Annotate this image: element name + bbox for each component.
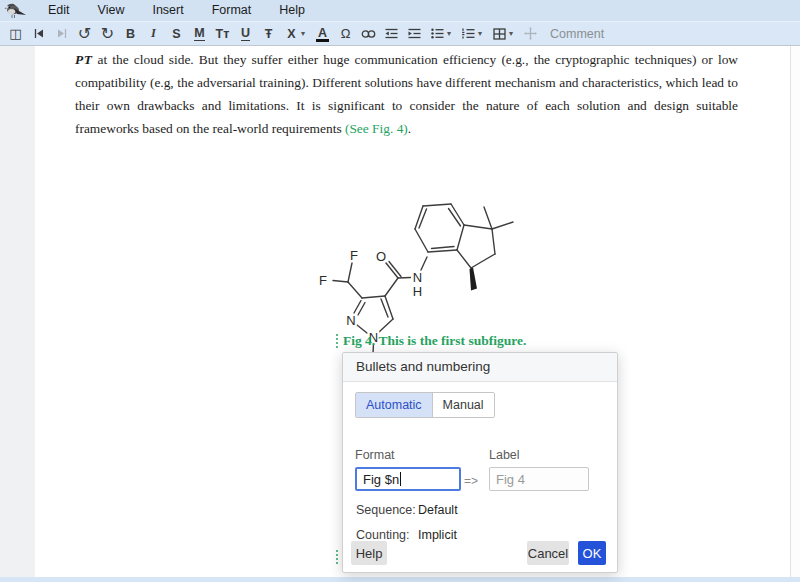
link-icon[interactable] [358, 23, 379, 44]
menu-help[interactable]: Help [265, 0, 319, 21]
atom-nitrogen-2: N [346, 313, 355, 328]
sequence-row: Sequence: Default [356, 503, 416, 517]
menu-bar: Edit View Insert Format Help [0, 0, 800, 21]
atom-fluorine-1: F [350, 248, 358, 263]
sidebar-toggle-icon[interactable]: ◫ [5, 23, 26, 44]
maps-to-arrow: => [464, 474, 478, 488]
script-dropdown-icon[interactable]: ▾ [301, 29, 311, 38]
underline-button[interactable]: U [235, 23, 256, 44]
page-left-gutter [0, 46, 35, 582]
ok-button[interactable]: OK [578, 541, 606, 565]
format-field-label: Format [355, 448, 461, 462]
teletype-button[interactable]: Tᴛ [212, 23, 233, 44]
tab-automatic[interactable]: Automatic [356, 393, 433, 417]
strong-s-button[interactable]: S [166, 23, 187, 44]
numbered-list-dropdown-icon[interactable]: ▾ [478, 29, 488, 38]
atom-fluorine-2: F [319, 273, 327, 288]
cancel-button[interactable]: Cancel [527, 541, 569, 565]
special-character-button[interactable]: Ω [335, 23, 356, 44]
dialog-title: Bullets and numbering [343, 353, 617, 382]
math-m-button[interactable]: M [189, 23, 210, 44]
table-dropdown-icon[interactable]: ▾ [509, 29, 519, 38]
help-button[interactable]: Help [351, 541, 387, 565]
atom-oxygen: O [376, 249, 386, 264]
label-field-label: Label [489, 448, 589, 462]
text-cursor [400, 472, 401, 486]
figure-caption[interactable]: Fig 4. This is the first subfigure. [336, 333, 526, 349]
move-handle-icon[interactable] [520, 23, 541, 44]
script-x-button[interactable]: X [281, 23, 302, 44]
menu-view[interactable]: View [84, 0, 139, 21]
counting-value[interactable]: Implicit [418, 528, 457, 542]
indent-icon[interactable] [404, 23, 425, 44]
selection-highlight-strip [0, 577, 800, 582]
strikethrough-button[interactable]: Ŧ [258, 23, 279, 44]
menu-edit[interactable]: Edit [34, 0, 84, 21]
math-pt-symbol: PT [75, 52, 92, 67]
counting-row: Counting: Implicit [356, 528, 410, 542]
comment-button[interactable]: Comment [550, 27, 604, 41]
app-logo-bird-icon[interactable] [0, 0, 34, 21]
skip-to-end-icon[interactable] [51, 23, 72, 44]
scrollbar-track[interactable] [790, 46, 800, 582]
font-color-button[interactable]: A [312, 23, 333, 44]
format-input[interactable]: Fig $n [355, 467, 461, 491]
bullet-list-icon[interactable] [427, 23, 448, 44]
redo-icon[interactable]: ↻ [97, 23, 118, 44]
atom-nitrogen-amide: N [413, 270, 422, 285]
paragraph-period: . [408, 121, 411, 136]
second-caption-drag-handle-icon[interactable] [336, 549, 338, 565]
undo-icon[interactable]: ↺ [74, 23, 95, 44]
menu-format[interactable]: Format [198, 0, 266, 21]
numbered-list-icon[interactable] [458, 23, 479, 44]
skip-to-start-icon[interactable] [28, 23, 49, 44]
menu-insert[interactable]: Insert [138, 0, 197, 21]
table-icon[interactable] [489, 23, 510, 44]
figure-caption-text: Fig 4. This is the first subfigure. [343, 333, 526, 349]
bold-button[interactable]: B [120, 23, 141, 44]
font-color-swatch [316, 39, 329, 42]
outdent-icon[interactable] [381, 23, 402, 44]
label-preview-input[interactable]: Fig 4 [489, 467, 589, 491]
bullet-list-dropdown-icon[interactable]: ▾ [447, 29, 457, 38]
figure-reference-link[interactable]: (See Fig. 4) [345, 121, 408, 136]
body-paragraph[interactable]: PT at the cloud side. But they suffer ei… [75, 48, 738, 140]
tab-manual[interactable]: Manual [433, 393, 494, 417]
atom-hydrogen-amide: H [413, 284, 422, 299]
bullets-numbering-dialog: Bullets and numbering Automatic Manual F… [342, 352, 618, 573]
mode-tabset: Automatic Manual [355, 392, 495, 418]
italic-button[interactable]: I [143, 23, 164, 44]
sequence-value[interactable]: Default [418, 503, 458, 517]
formatting-toolbar: ◫ ↺ ↻ B I S M Tᴛ U Ŧ X ▾ A Ω [0, 21, 800, 46]
document-canvas[interactable]: PT at the cloud side. But they suffer ei… [0, 46, 800, 582]
caption-drag-handle-icon[interactable] [336, 333, 338, 349]
